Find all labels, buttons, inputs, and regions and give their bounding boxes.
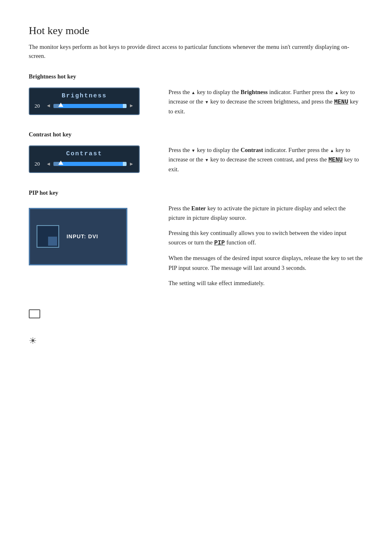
pip-label: PIP hot key [29,189,363,196]
contrast-up-arrow: ▲ [330,148,334,153]
pip-para-1: Press the Enter key to activate the pict… [168,204,363,223]
contrast-label: Contrast hot key [29,131,363,138]
brightness-track [53,104,127,108]
brightness-bar-row: 20 ◄ ► [35,103,134,109]
note-section: ☀ [29,309,363,346]
pip-hotkey-row: INPUT: DVI Press the Enter key to activa… [29,204,363,294]
note-monitor [29,309,363,318]
brightness-value: 20 [35,103,44,109]
brightness-widget-title: Brightness [35,92,134,99]
contrast-hotkey-row: Contrast 20 ◄ ► Press the ▼ key to displ… [29,145,363,175]
brightness-visual: Brightness 20 ◄ ► [29,88,152,115]
contrast-visual: Contrast 20 ◄ ► [29,145,152,173]
note-bulb: ☀ [29,335,363,346]
brightness-thumb [58,103,63,107]
page-title: Hot key mode [29,25,363,37]
monitor-icon [29,309,40,318]
contrast-section: Contrast hot key Contrast 20 ◄ ► Press t… [29,131,363,175]
pip-icon [37,225,59,248]
contrast-right-arrow: ► [129,161,134,167]
brightness-hotkey-row: Brightness 20 ◄ ► Press the ▲ key to dis… [29,88,363,117]
brightness-menu-key: MENU [334,99,348,105]
contrast-left-arrow: ◄ [46,161,51,167]
pip-box: INPUT: DVI [29,208,127,265]
contrast-description: Press the ▼ key to display the Contrast … [168,145,363,175]
contrast-thumb [58,161,63,165]
pip-enter-key: Enter [191,205,206,212]
brightness-left-arrow: ◄ [46,103,51,109]
brightness-up-arrow2: ▲ [334,90,339,95]
brightness-keyword: Brightness [240,89,267,95]
contrast-value: 20 [35,161,44,167]
contrast-keyword: Contrast [240,147,263,153]
contrast-down-arrow2: ▼ [205,158,209,162]
contrast-down-arrow: ▼ [191,148,196,153]
pip-input-label: INPUT: DVI [67,233,98,240]
contrast-widget-title: Contrast [35,150,134,157]
contrast-track [53,162,127,166]
brightness-up-arrow: ▲ [191,90,196,95]
pip-visual: INPUT: DVI [29,204,152,265]
pip-para-4: The setting will take effect immediately… [168,279,363,288]
bulb-icon: ☀ [29,336,37,346]
contrast-bar-row: 20 ◄ ► [35,161,134,167]
brightness-section: Brightness hot key Brightness 20 ◄ ► Pre… [29,73,363,117]
brightness-right-arrow: ► [129,103,134,109]
pip-section: PIP hot key INPUT: DVI Press the Enter k… [29,189,363,294]
brightness-description: Press the ▲ key to display the Brightnes… [168,88,363,117]
pip-icon-inner [48,237,57,246]
brightness-down-arrow: ▼ [205,100,209,104]
pip-para-3: When the messages of the desired input s… [168,253,363,272]
contrast-menu-key: MENU [328,157,343,163]
pip-keyword: PIP [214,240,225,246]
intro-text: The monitor keys perform as hot keys to … [29,43,363,61]
brightness-widget: Brightness 20 ◄ ► [29,88,140,115]
pip-para-2: Pressing this key continually allows you… [168,228,363,248]
contrast-widget: Contrast 20 ◄ ► [29,145,140,173]
pip-description: Press the Enter key to activate the pict… [168,204,363,294]
brightness-label: Brightness hot key [29,73,363,80]
